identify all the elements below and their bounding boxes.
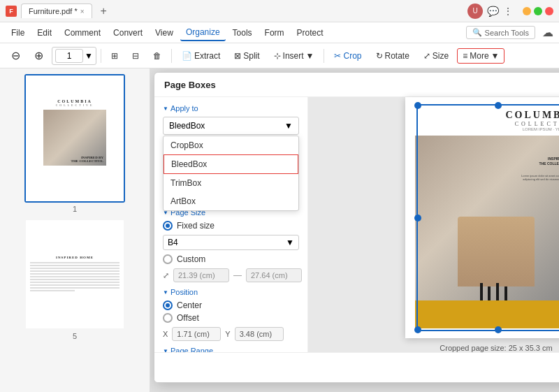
crop-icon: ✂	[334, 51, 341, 61]
search-tools[interactable]: 🔍 Search Tools	[466, 26, 535, 39]
toolbar-separator-2	[171, 49, 172, 63]
position-section-label: Position	[163, 288, 299, 296]
menu-convert[interactable]: Convert	[108, 25, 148, 41]
size-button[interactable]: ⤢ Size	[418, 48, 454, 64]
cloud-icon[interactable]: ☁	[542, 26, 553, 39]
sidebar: COLUMBIA COLLECTIVE INSPIRED BYTHE COLLE…	[0, 68, 150, 392]
menu-comment[interactable]: Comment	[59, 25, 106, 41]
radio-center[interactable]: Center	[163, 300, 299, 310]
apply-to-dropdown[interactable]: BleedBox ▼	[163, 117, 299, 135]
offset-x-input[interactable]	[172, 327, 221, 341]
view-double-button[interactable]: ⊟	[126, 48, 145, 64]
dialog-body: Apply to BleedBox ▼ CropBox BleedBox Tri…	[154, 97, 559, 352]
apply-to-dropdown-arrow: ▼	[284, 121, 293, 131]
dialog-header: Page Boxes ×	[154, 73, 559, 97]
crop-handle-bl[interactable]	[414, 326, 421, 333]
apply-to-dropdown-wrapper: BleedBox ▼ CropBox BleedBox TrimBox ArtB…	[163, 117, 299, 135]
crop-handle-tc[interactable]	[495, 102, 502, 109]
extract-button[interactable]: 📄 Extract	[176, 48, 226, 64]
dialog-title: Page Boxes	[164, 80, 216, 90]
zoom-in-button[interactable]: ⊕	[29, 46, 49, 65]
dropdown-option-trimbox[interactable]: TrimBox	[164, 174, 298, 192]
radio-custom-label: Custom	[177, 254, 205, 264]
menu-edit[interactable]: Edit	[31, 25, 57, 41]
dropdown-option-artbox[interactable]: ArtBox	[164, 192, 298, 210]
zoom-dropdown-arrow: ▼	[85, 51, 93, 61]
extract-label: Extract	[194, 51, 220, 61]
zoom-dropdown[interactable]: 1 ▼	[52, 47, 96, 65]
page-num-1: 1	[73, 205, 77, 213]
toolbar-separator-3	[324, 49, 324, 63]
size-label: Size	[433, 51, 449, 61]
insert-label: Insert	[283, 51, 304, 61]
custom-width-input[interactable]	[173, 268, 229, 282]
close-button[interactable]	[545, 7, 553, 15]
page-num-5: 5	[73, 332, 77, 340]
dropdown-option-cropbox[interactable]: CropBox	[164, 136, 298, 154]
offset-xy-row: X Y	[163, 327, 299, 341]
offset-y-input[interactable]	[235, 327, 284, 341]
thumb1-collective: COLLECTIVE	[56, 103, 94, 107]
more-button[interactable]: ≡ More ▼	[457, 48, 504, 64]
menu-tools[interactable]: Tools	[227, 25, 258, 41]
x-label: X	[163, 330, 168, 338]
zoom-out-button[interactable]: ⊖	[6, 46, 26, 65]
zoom-input[interactable]: 1	[55, 49, 83, 63]
thumb1-inspired: INSPIRED BYTHE COLLECTIVE.	[71, 156, 103, 163]
crop-handle-ml[interactable]	[414, 215, 421, 222]
zoom-in-icon: ⊕	[34, 49, 43, 62]
chat-icon[interactable]: 💬	[487, 6, 499, 17]
size-dropdown[interactable]: B4 ▼	[163, 235, 299, 250]
maximize-button[interactable]	[534, 7, 542, 15]
crop-handle-tl[interactable]	[414, 102, 421, 109]
menu-form[interactable]: Form	[259, 25, 290, 41]
custom-size-row: ⤢ —	[163, 268, 299, 282]
dropdown-option-bleedbox[interactable]: BleedBox	[164, 154, 298, 174]
app-icon: F	[6, 6, 17, 17]
toolbar-separator-1	[101, 49, 101, 63]
active-tab[interactable]: Furniture.pdf * ×	[21, 3, 92, 18]
dialog-left-panel: Apply to BleedBox ▼ CropBox BleedBox Tri…	[154, 97, 308, 352]
crop-button[interactable]: ✂ Crop	[328, 48, 367, 64]
add-tab-button[interactable]: +	[96, 5, 111, 17]
insert-icon: ⊹	[274, 51, 281, 61]
tab-close-icon[interactable]: ×	[80, 8, 85, 15]
apply-to-label-text: Apply to	[170, 104, 198, 112]
page-range-label-text: Page Range	[170, 347, 213, 352]
radio-fixed-label: Fixed size	[177, 221, 215, 231]
delete-page-button[interactable]: 🗑	[147, 48, 167, 64]
search-placeholder: Search Tools	[485, 29, 529, 37]
page-thumbnail-1[interactable]: COLUMBIA COLLECTIVE INSPIRED BYTHE COLLE…	[24, 74, 125, 203]
dialog-right-panel: COLUMBIA COLLECTIVE LOREM IPSUM · YEAR 2…	[308, 97, 559, 352]
crop-handle-bc[interactable]	[495, 326, 502, 333]
apply-to-section-label: Apply to	[163, 104, 299, 112]
rotate-button[interactable]: ↻ Rotate	[370, 48, 415, 64]
split-button[interactable]: ⊠ Split	[228, 48, 265, 64]
radio-fixed-size[interactable]: Fixed size	[163, 221, 299, 231]
menu-view[interactable]: View	[150, 25, 179, 41]
trash-icon: 🗑	[153, 51, 161, 61]
single-page-icon: ⊞	[111, 51, 118, 61]
radio-offset-label: Offset	[177, 313, 199, 323]
insert-button[interactable]: ⊹ Insert ▼	[268, 48, 320, 64]
thumb5-title: INSPIRED HOME	[56, 256, 94, 259]
minimize-button[interactable]	[523, 7, 531, 15]
more-arrow: ▼	[491, 51, 500, 61]
thumb-page-5: INSPIRED HOME	[26, 220, 124, 328]
custom-height-input[interactable]	[246, 268, 302, 282]
radio-custom[interactable]: Custom	[163, 254, 299, 264]
menu-dots-icon[interactable]: ⋮	[503, 6, 513, 17]
profile-icon[interactable]: U	[467, 3, 483, 19]
cropped-size-label: Cropped page size: 25 x 35.3 cm	[440, 344, 552, 352]
page-thumbnail-5[interactable]: INSPIRED HOME	[24, 219, 125, 330]
size-dropdown-value: B4	[168, 238, 286, 247]
extract-icon: 📄	[182, 51, 192, 61]
view-single-button[interactable]: ⊞	[106, 48, 124, 64]
dialog-footer: Apply Cancel	[154, 352, 559, 383]
menu-organize[interactable]: Organize	[180, 24, 226, 41]
radio-offset[interactable]: Offset	[163, 313, 299, 323]
title-bar: F Furniture.pdf * × + U 💬 ⋮	[0, 0, 559, 22]
menu-file[interactable]: File	[6, 25, 30, 41]
menu-protect[interactable]: Protect	[291, 25, 329, 41]
size-separator: —	[233, 270, 242, 280]
